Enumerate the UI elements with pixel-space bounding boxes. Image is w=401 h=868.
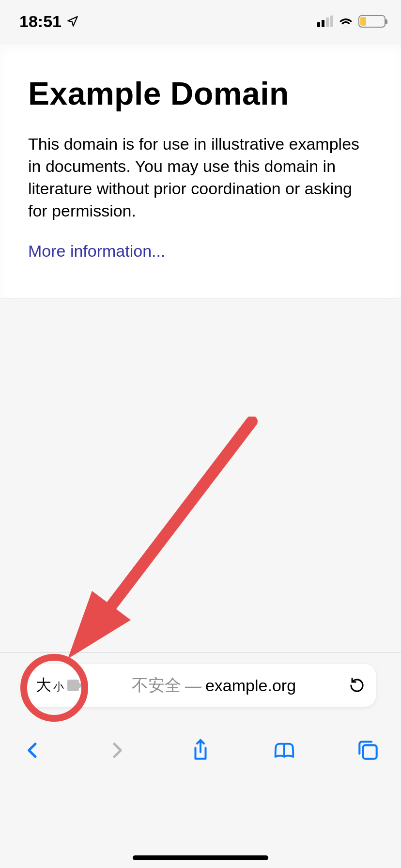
tabs-button[interactable] (354, 739, 383, 761)
svg-rect-2 (363, 745, 376, 759)
forward-button[interactable] (102, 739, 131, 761)
divider (0, 652, 401, 653)
back-button[interactable] (18, 739, 47, 761)
page-title: Example Domain (28, 75, 373, 112)
share-button[interactable] (186, 738, 215, 762)
url-domain: example.org (205, 676, 296, 695)
text-size-small-icon: 小 (53, 680, 64, 694)
bottom-toolbar (0, 724, 401, 777)
svg-marker-1 (68, 591, 131, 659)
location-icon (66, 15, 79, 28)
page-body: This domain is for use in illustrative e… (28, 133, 373, 222)
webpage-content[interactable]: Example Domain This domain is for use in… (0, 44, 401, 298)
reload-button[interactable] (349, 677, 365, 694)
url-display[interactable]: 不安全 — example.org (86, 674, 342, 697)
battery-icon (358, 15, 386, 28)
extensions-icon (67, 680, 79, 691)
status-right (317, 15, 386, 28)
insecure-label: 不安全 (132, 674, 181, 697)
status-left: 18:51 (19, 12, 79, 31)
home-indicator[interactable] (133, 855, 268, 860)
status-time: 18:51 (19, 12, 62, 31)
cellular-icon (317, 16, 333, 27)
bookmarks-button[interactable] (270, 740, 299, 761)
more-information-link[interactable]: More information... (28, 242, 165, 260)
wifi-icon (338, 16, 354, 27)
address-bar[interactable]: 大 小 不安全 — example.org (25, 664, 376, 707)
text-size-large-icon: 大 (36, 675, 51, 696)
status-bar: 18:51 (0, 0, 401, 43)
page-settings-button[interactable]: 大 小 (36, 675, 79, 696)
svg-line-0 (97, 421, 252, 625)
url-separator: — (185, 676, 201, 695)
annotation-arrow (58, 417, 262, 668)
